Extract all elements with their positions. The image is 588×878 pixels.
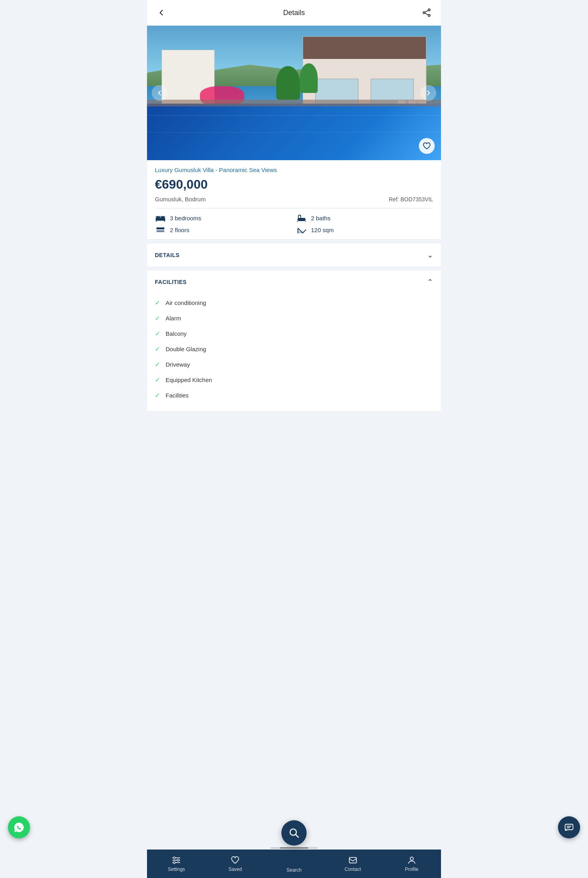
facility-label: Equipped Kitchen [166, 377, 212, 383]
floors-feature: 2 floors [155, 226, 292, 234]
bath-icon [296, 214, 307, 222]
check-icon: ✓ [155, 361, 160, 368]
sqm-feature: 120 sqm [296, 226, 433, 234]
share-button[interactable] [420, 6, 433, 19]
svg-rect-16 [298, 231, 303, 233]
check-icon: ✓ [155, 392, 160, 399]
list-item: ✓ Air conditioning [155, 295, 433, 310]
list-item: ✓ Equipped Kitchen [155, 372, 433, 388]
svg-rect-11 [298, 218, 305, 221]
baths-feature: 2 baths [296, 214, 433, 222]
check-icon: ✓ [155, 330, 160, 337]
property-ref: Ref: BOD7353VIL [389, 196, 433, 202]
list-item: ✓ Facilities [155, 388, 433, 403]
check-icon: ✓ [155, 345, 160, 353]
facilities-accordion-header[interactable]: FACILITIES ⌃ [147, 271, 441, 293]
svg-line-12 [297, 221, 298, 222]
floors-label: 2 floors [170, 227, 189, 233]
carousel-next-button[interactable] [420, 85, 436, 101]
carousel-prev-button[interactable] [152, 85, 168, 101]
baths-label: 2 baths [311, 215, 330, 221]
property-title[interactable]: Luxury Gumusluk Villa - Panoramic Sea Vi… [155, 167, 433, 173]
svg-point-0 [428, 9, 430, 11]
svg-rect-14 [156, 227, 164, 229]
floors-icon [155, 226, 166, 234]
svg-point-2 [428, 15, 430, 17]
details-accordion: DETAILS ⌄ [147, 244, 441, 267]
favorite-button[interactable] [419, 138, 435, 154]
check-icon: ✓ [155, 299, 160, 307]
list-item: ✓ Alarm [155, 310, 433, 326]
details-chevron-icon: ⌄ [427, 251, 433, 259]
header: Details [147, 0, 441, 26]
property-info-section: Luxury Gumusluk Villa - Panoramic Sea Vi… [147, 160, 441, 208]
facility-label: Alarm [166, 315, 181, 322]
facilities-chevron-icon: ⌃ [427, 278, 433, 286]
page-title: Details [283, 9, 305, 17]
facilities-accordion-title: FACILITIES [155, 279, 187, 285]
facility-label: Driveway [166, 361, 190, 368]
svg-rect-9 [156, 221, 157, 221]
list-item: ✓ Driveway [155, 357, 433, 372]
svg-rect-8 [161, 216, 164, 218]
svg-rect-15 [156, 230, 164, 232]
facility-label: Double Glazing [166, 346, 206, 352]
bed-icon [155, 214, 166, 222]
facilities-accordion: FACILITIES ⌃ ✓ Air conditioning ✓ Alarm … [147, 271, 441, 411]
svg-line-13 [305, 221, 306, 222]
svg-rect-5 [156, 218, 165, 221]
property-location-row: Gumusluk, Bodrum Ref: BOD7353VIL [155, 196, 433, 208]
facility-label: Facilities [166, 392, 188, 399]
check-icon: ✓ [155, 376, 160, 384]
details-accordion-title: DETAILS [155, 252, 179, 258]
bedrooms-feature: 3 bedrooms [155, 214, 292, 222]
sqm-icon [296, 226, 307, 234]
property-price: €690,000 [155, 177, 433, 192]
back-button[interactable] [155, 6, 168, 19]
hero-image-carousel [147, 26, 441, 160]
facility-label: Balcony [166, 330, 187, 337]
property-location: Gumusluk, Bodrum [155, 196, 205, 202]
svg-line-3 [425, 10, 428, 12]
facility-label: Air conditioning [166, 299, 206, 306]
svg-rect-10 [164, 221, 165, 221]
facilities-list: ✓ Air conditioning ✓ Alarm ✓ Balcony ✓ D… [147, 293, 441, 411]
details-accordion-header[interactable]: DETAILS ⌄ [147, 244, 441, 267]
svg-rect-7 [156, 216, 160, 218]
property-features-grid: 3 bedrooms 2 baths 2 floors [147, 208, 441, 240]
list-item: ✓ Balcony [155, 326, 433, 341]
check-icon: ✓ [155, 314, 160, 322]
svg-point-1 [423, 12, 425, 14]
bedrooms-label: 3 bedrooms [170, 215, 201, 221]
sqm-label: 120 sqm [311, 227, 334, 233]
list-item: ✓ Double Glazing [155, 341, 433, 357]
svg-line-4 [425, 13, 428, 15]
